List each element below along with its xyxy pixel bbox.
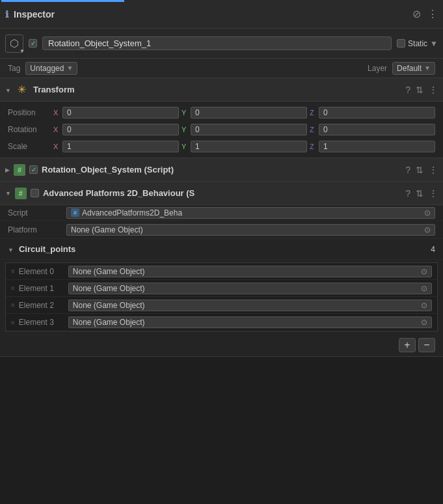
rotation-x-label: X — [53, 126, 61, 133]
static-checkbox[interactable] — [397, 39, 405, 48]
position-y-label: Y — [181, 109, 189, 117]
inspector-header: ℹ Inspector ⊘ ⋮ — [0, 0, 443, 29]
element-value-1[interactable]: None (Game Object) ⊙ — [68, 283, 432, 294]
scale-z-field: Z 1 — [310, 141, 435, 152]
advanced-platforms-settings-icon[interactable]: ⇅ — [416, 188, 423, 199]
transform-settings-icon[interactable]: ⇅ — [416, 85, 423, 95]
advanced-platforms-body: Script # AdvancedPlatforms2D_Beha ⊙ Plat… — [0, 205, 443, 357]
layer-dropdown-arrow: ▼ — [424, 64, 431, 72]
rotation-z-field: Z 0 — [310, 124, 435, 135]
advanced-platforms-more-icon[interactable]: ⋮ — [429, 188, 438, 199]
element-value-3[interactable]: None (Game Object) ⊙ — [68, 316, 432, 328]
transform-help-icon[interactable]: ? — [405, 85, 410, 95]
tag-dropdown[interactable]: Untagged ▼ — [25, 62, 77, 75]
transform-chevron — [5, 85, 11, 94]
element-value-2[interactable]: None (Game Object) ⊙ — [68, 300, 432, 311]
position-z-field: Z 0 — [310, 107, 435, 119]
drag-handle-1[interactable]: ≡ — [11, 285, 15, 292]
rotation-script-help-icon[interactable]: ? — [405, 165, 410, 175]
script-target-icon[interactable]: ⊙ — [424, 208, 431, 217]
active-checkbox[interactable]: ✓ — [29, 39, 37, 48]
static-row: Static ▼ — [397, 39, 438, 48]
element-0-target-icon[interactable]: ⊙ — [421, 267, 427, 276]
inspector-panel: ℹ Inspector ⊘ ⋮ — [0, 0, 443, 29]
rotation-script-more-icon[interactable]: ⋮ — [429, 165, 438, 175]
layer-dropdown[interactable]: Default ▼ — [392, 62, 435, 75]
position-y-field: Y 0 — [181, 107, 307, 119]
tag-label: Tag — [8, 64, 20, 73]
lock-icon[interactable]: ⊘ — [412, 8, 421, 20]
position-x-label: X — [53, 109, 61, 117]
rotation-script-hash-icon: # — [14, 164, 25, 176]
script-hash-small: # — [71, 208, 79, 217]
position-row: Position X 0 Y 0 Z 0 — [0, 105, 443, 120]
drag-handle-0[interactable]: ≡ — [11, 268, 15, 275]
drag-handle-3[interactable]: ≡ — [11, 319, 15, 326]
circuit-points-count: 4 — [431, 245, 435, 254]
rotation-z-input[interactable]: 0 — [319, 124, 435, 135]
transform-title: Transform — [33, 85, 400, 94]
script-field-label: Script — [8, 208, 66, 217]
static-dropdown-arrow[interactable]: ▼ — [430, 39, 438, 48]
add-element-button[interactable]: + — [399, 338, 416, 352]
rotation-x-input[interactable]: 0 — [62, 124, 179, 135]
layer-label: Layer — [368, 64, 387, 73]
advanced-platforms-chevron: ▼ — [5, 190, 11, 197]
transform-body: Position X 0 Y 0 Z 0 Rotation X 0 Y — [0, 102, 443, 158]
platform-target-icon[interactable]: ⊙ — [424, 225, 431, 234]
rotation-y-input[interactable]: 0 — [191, 124, 307, 135]
element-row-0: ≡ Element 0 None (Game Object) ⊙ — [6, 263, 437, 280]
header-icons: ⊘ ⋮ — [412, 8, 438, 20]
element-label-1: Element 1 — [19, 284, 64, 293]
scale-x-field: X 1 — [53, 141, 179, 152]
script-field-value[interactable]: # AdvancedPlatforms2D_Beha ⊙ — [66, 207, 435, 219]
position-z-label: Z — [310, 109, 317, 117]
advanced-platforms-header[interactable]: ▼ # Advanced Platforms 2D_Behaviour (S ?… — [0, 182, 443, 205]
element-value-0[interactable]: None (Game Object) ⊙ — [68, 266, 432, 277]
transform-section-icons: ? ⇅ ⋮ — [405, 85, 438, 95]
position-z-input[interactable]: 0 — [319, 107, 435, 119]
position-y-input[interactable]: 0 — [191, 107, 307, 119]
remove-element-button[interactable]: − — [418, 338, 435, 352]
rotation-script-checkbox[interactable]: ✓ — [29, 165, 38, 174]
rotation-xyz: X 0 Y 0 Z 0 — [53, 124, 435, 135]
rotation-script-chevron: ▶ — [5, 167, 10, 173]
rotation-script-settings-icon[interactable]: ⇅ — [416, 165, 423, 175]
scale-y-label: Y — [181, 143, 189, 150]
transform-section-header[interactable]: ✳ Transform ? ⇅ ⋮ — [0, 78, 443, 102]
circuit-chevron — [8, 245, 19, 254]
object-name-field[interactable]: Rotation_Object_System_1 — [42, 36, 392, 50]
rotation-script-header[interactable]: ▶ # ✓ Rotation_Object_System (Script) ? … — [0, 158, 443, 182]
element-row-2: ≡ Element 2 None (Game Object) ⊙ — [6, 297, 437, 314]
platform-field-value[interactable]: None (Game Object) ⊙ — [66, 224, 435, 236]
element-1-target-icon[interactable]: ⊙ — [421, 284, 427, 293]
scale-x-input[interactable]: 1 — [62, 141, 179, 152]
drag-handle-2[interactable]: ≡ — [11, 301, 15, 309]
advanced-platforms-hash-icon: # — [15, 188, 27, 199]
position-x-input[interactable]: 0 — [62, 107, 179, 119]
element-3-target-icon[interactable]: ⊙ — [421, 318, 427, 327]
tag-dropdown-arrow: ▼ — [66, 64, 73, 72]
element-2-target-icon[interactable]: ⊙ — [421, 301, 427, 310]
transform-more-icon[interactable]: ⋮ — [429, 85, 438, 95]
static-label: Static — [408, 39, 427, 48]
scale-z-input[interactable]: 1 — [319, 141, 435, 152]
position-x-field: X 0 — [53, 107, 179, 119]
element-label-3: Element 3 — [19, 318, 64, 327]
advanced-platforms-help-icon[interactable]: ? — [405, 188, 410, 199]
rotation-script-icons: ? ⇅ ⋮ — [405, 165, 438, 175]
position-xyz: X 0 Y 0 Z 0 — [53, 107, 435, 119]
add-remove-row: + − — [0, 334, 443, 356]
advanced-platforms-checkbox[interactable] — [31, 189, 39, 197]
cube-dropdown-arrow[interactable]: ▼ — [20, 48, 25, 54]
circuit-points-header[interactable]: Circuit_points 4 — [0, 239, 443, 260]
game-object-icon[interactable]: ⬡ ▼ — [5, 35, 23, 53]
more-icon[interactable]: ⋮ — [427, 8, 438, 20]
script-field-row: Script # AdvancedPlatforms2D_Beha ⊙ — [0, 205, 443, 221]
scale-y-input[interactable]: 1 — [191, 141, 307, 152]
inspector-title: Inspector — [14, 9, 407, 20]
transform-icon: ✳ — [16, 84, 28, 96]
scale-x-label: X — [53, 143, 61, 150]
rotation-y-label: Y — [181, 126, 189, 133]
rotation-row: Rotation X 0 Y 0 Z 0 — [0, 122, 443, 137]
